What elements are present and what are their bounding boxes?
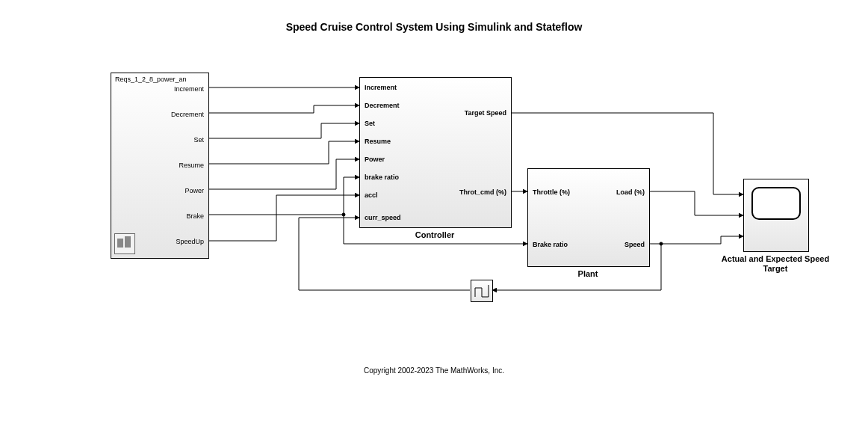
src-out-brake: Brake: [186, 212, 204, 220]
ctrl-in-set: Set: [365, 120, 375, 127]
ctrl-in-brakeratio: brake ratio: [365, 173, 399, 181]
plant-in-brakeratio: Brake ratio: [533, 241, 568, 248]
src-out-increment: Increment: [174, 85, 204, 93]
controller-label: Controller: [359, 230, 510, 239]
diagram-title: Speed Cruise Control System Using Simuli…: [0, 21, 868, 33]
src-out-decrement: Decrement: [171, 111, 204, 118]
ctrl-in-accl: accl: [365, 191, 378, 199]
svg-point-0: [342, 213, 345, 216]
source-block[interactable]: Reqs_1_2_8_power_an Increment Decrement …: [111, 73, 209, 259]
src-out-power: Power: [185, 187, 204, 194]
plant-in-throttle: Throttle (%): [533, 188, 570, 196]
ctrl-in-decrement: Decrement: [365, 102, 400, 109]
plant-out-load: Load (%): [616, 188, 645, 196]
ctrl-out-throtcmd: Throt_cmd (%): [459, 188, 506, 196]
signal-builder-icon: [114, 233, 135, 254]
ctrl-in-resume: Resume: [365, 138, 391, 145]
src-out-resume: Resume: [179, 162, 204, 169]
scope-block[interactable]: [743, 179, 809, 252]
memory-block[interactable]: [471, 280, 493, 302]
src-out-speedup: SpeedUp: [176, 238, 204, 245]
diagram-canvas: Speed Cruise Control System Using Simuli…: [0, 0, 868, 421]
svg-point-1: [660, 242, 663, 245]
src-out-set: Set: [193, 136, 204, 144]
plant-block[interactable]: Throttle (%) Brake ratio Load (%) Speed: [527, 168, 650, 267]
ctrl-out-targetspeed: Target Speed: [465, 109, 506, 117]
scope-screen-icon: [751, 187, 801, 220]
plant-label: Plant: [527, 269, 648, 278]
scope-label: Actual and Expected Speed Target: [717, 254, 834, 274]
copyright-text: Copyright 2002-2023 The MathWorks, Inc.: [0, 366, 868, 375]
ctrl-in-currspeed: curr_speed: [365, 214, 401, 221]
ctrl-in-increment: Increment: [365, 84, 397, 91]
controller-block[interactable]: Increment Decrement Set Resume Power bra…: [359, 77, 512, 228]
source-title: Reqs_1_2_8_power_an: [115, 76, 187, 83]
plant-out-speed: Speed: [624, 241, 645, 248]
ctrl-in-power: Power: [365, 156, 385, 163]
